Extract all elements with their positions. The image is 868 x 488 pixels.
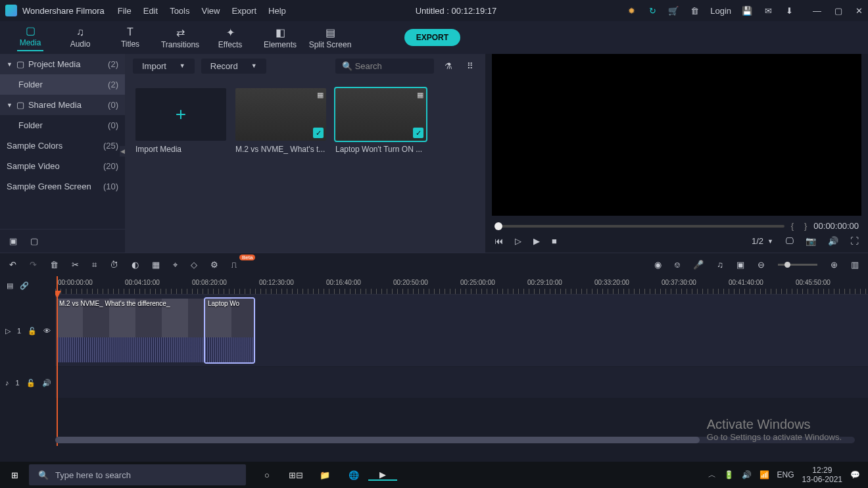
minimize-icon[interactable]: — (813, 6, 821, 16)
speed-icon[interactable]: ⏱ (110, 260, 118, 270)
tips-icon[interactable]: ✹ (626, 5, 637, 16)
menu-view[interactable]: View (201, 6, 220, 16)
cart-icon[interactable]: 🛒 (668, 5, 679, 16)
save-icon[interactable]: 💾 (742, 5, 752, 16)
login-button[interactable]: Login (710, 6, 731, 16)
color-icon[interactable]: ◐ (132, 260, 139, 270)
import-dropdown[interactable]: Import▼ (133, 59, 195, 74)
fullscreen-icon[interactable]: ⛶ (850, 236, 859, 246)
explorer-icon[interactable]: 📁 (310, 470, 339, 480)
visibility-icon[interactable]: 👁 (43, 327, 51, 335)
zoom-fit-icon[interactable]: ▥ (851, 260, 859, 270)
media-thumb[interactable]: ▦✓ M.2 vs NVME_ What's t... (235, 88, 326, 154)
mail-icon[interactable]: ✉ (763, 5, 773, 16)
sound-icon[interactable]: 🔊 (742, 470, 752, 479)
task-view-icon[interactable]: ⊞⊟ (281, 470, 310, 480)
battery-icon[interactable]: 🔋 (724, 470, 734, 479)
language-indicator[interactable]: ENG (777, 470, 794, 479)
split-icon[interactable]: ✂ (72, 260, 79, 270)
zoom-slider[interactable] (778, 264, 817, 266)
taskbar-clock[interactable]: 12:29 13-06-2021 (802, 466, 842, 485)
menu-tools[interactable]: Tools (170, 6, 189, 16)
video-clip[interactable]: M.2 vs NVME_ What's the difference_ (57, 299, 205, 362)
scrubber-knob[interactable] (494, 222, 502, 230)
zoom-out-icon[interactable]: ⊖ (758, 260, 765, 270)
tab-effects[interactable]: ✦Effects (205, 26, 255, 49)
wifi-icon[interactable]: 📶 (760, 470, 769, 479)
scrollbar-thumb[interactable] (55, 437, 700, 443)
taskbar-search[interactable]: 🔍 Type here to search (29, 464, 246, 485)
trash-icon[interactable]: 🗑 (689, 5, 700, 16)
media-thumb[interactable]: ▦✓ Laptop Won't Turn ON ... (335, 88, 426, 154)
playhead[interactable] (57, 276, 58, 446)
timeline-ruler[interactable]: 00:00:00:00 00:04:10:00 00:08:20:00 00:1… (55, 276, 868, 295)
audio-mixer-icon[interactable]: ♫ (717, 260, 723, 270)
audio-ducking-icon[interactable]: ⎍ (231, 260, 237, 270)
audio-track[interactable] (55, 367, 868, 399)
tab-elements[interactable]: ◧Elements (255, 26, 305, 49)
record-dropdown[interactable]: Record▼ (201, 59, 266, 74)
render-icon[interactable]: ◉ (654, 260, 662, 270)
step-back-icon[interactable]: ⏮ (494, 236, 503, 246)
manage-tracks-icon[interactable]: ▤ (7, 281, 13, 290)
chrome-icon[interactable]: 🌐 (339, 470, 368, 480)
menu-help[interactable]: Help (268, 6, 286, 16)
grid-view-icon[interactable]: ⠿ (463, 61, 477, 71)
motion-track-icon[interactable]: ⌖ (173, 260, 178, 270)
preview-scale-dropdown[interactable]: 1/2 ▼ (752, 236, 773, 246)
export-button[interactable]: EXPORT (404, 29, 460, 46)
mute-icon[interactable]: 🔊 (42, 379, 51, 387)
start-button[interactable]: ⊞ (0, 470, 29, 480)
lock-icon[interactable]: 🔓 (26, 379, 36, 387)
library-sample-colors[interactable]: Sample Colors(25) (0, 135, 125, 156)
library-shared-media[interactable]: ▼▢Shared Media(0) (0, 95, 125, 115)
filter-icon[interactable]: ⚗ (441, 61, 456, 71)
link-icon[interactable]: 🔗 (20, 281, 29, 290)
slider-knob[interactable] (784, 262, 790, 268)
keyframe-icon[interactable]: ◇ (191, 260, 197, 270)
mark-out-icon[interactable]: } (804, 221, 807, 231)
menu-export[interactable]: Export (231, 6, 256, 16)
library-shared-folder[interactable]: Folder(0) (0, 115, 125, 135)
collapse-sidebar-icon[interactable]: ◀ (120, 146, 125, 157)
tab-titles[interactable]: TTitles (105, 26, 155, 49)
notifications-icon[interactable]: 💬 (850, 470, 860, 479)
library-sample-green[interactable]: Sample Green Screen(10) (0, 176, 125, 197)
timeline-scrollbar[interactable] (55, 437, 855, 443)
close-icon[interactable]: ✕ (856, 6, 863, 16)
zoom-in-icon[interactable]: ⊕ (831, 260, 838, 270)
tray-expand-icon[interactable]: ︿ (708, 470, 716, 481)
import-media-tile[interactable]: + Import Media (135, 88, 226, 154)
mix-icon[interactable]: ▣ (736, 260, 744, 270)
preview-scrubber[interactable] (494, 225, 784, 228)
lock-icon[interactable]: 🔓 (28, 327, 37, 335)
open-folder-icon[interactable]: ▢ (30, 236, 38, 246)
preview-viewport[interactable] (492, 54, 861, 216)
timeline-canvas[interactable]: 00:00:00:00 00:04:10:00 00:08:20:00 00:1… (55, 276, 868, 446)
adjust-icon[interactable]: ⚙ (210, 260, 218, 270)
tab-media[interactable]: ▢Media (5, 24, 55, 51)
delete-icon[interactable]: 🗑 (50, 260, 59, 270)
green-screen-icon[interactable]: ▦ (152, 260, 160, 270)
tab-audio[interactable]: ♫Audio (55, 26, 105, 49)
play-forward-icon[interactable]: ▶ (533, 236, 540, 246)
voiceover-icon[interactable]: 🎤 (693, 260, 704, 270)
playback-quality-icon[interactable]: 🖵 (785, 236, 794, 246)
library-sample-video[interactable]: Sample Video(20) (0, 156, 125, 176)
download-icon[interactable]: ⬇ (784, 5, 794, 16)
play-icon[interactable]: ▷ (515, 236, 521, 246)
video-track[interactable]: M.2 vs NVME_ What's the difference_ Lapt… (55, 295, 868, 367)
library-folder[interactable]: Folder(2) (0, 74, 125, 95)
snapshot-icon[interactable]: 📷 (806, 236, 816, 246)
tab-transitions[interactable]: ⇄Transitions (155, 26, 205, 49)
mark-in-icon[interactable]: { (791, 221, 794, 231)
redo-icon[interactable]: ↷ (30, 260, 37, 270)
maximize-icon[interactable]: ▢ (834, 6, 842, 16)
search-input[interactable]: 🔍 Search (335, 59, 434, 74)
volume-icon[interactable]: 🔊 (828, 236, 838, 246)
library-project-media[interactable]: ▼▢Project Media(2) (0, 54, 125, 74)
crop-icon[interactable]: ⌗ (92, 260, 97, 270)
update-icon[interactable]: ↻ (647, 5, 658, 16)
marker-icon[interactable]: ⎊ (675, 260, 680, 270)
menu-file[interactable]: File (118, 6, 132, 16)
